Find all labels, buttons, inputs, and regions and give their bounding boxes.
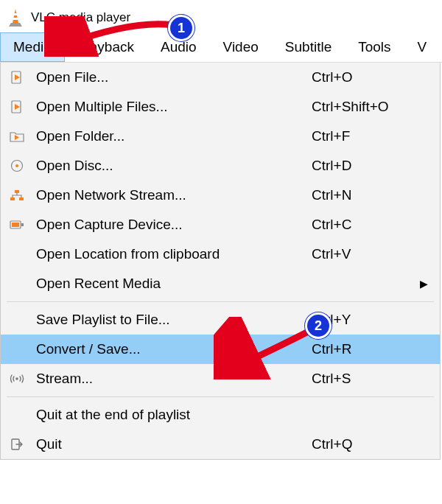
- capture-icon: [1, 219, 33, 231]
- menu-subtitle[interactable]: Subtitle: [272, 32, 345, 62]
- file-play-icon: [1, 71, 33, 84]
- menuitem-shortcut: Ctrl+V: [312, 246, 415, 262]
- menuitem-quit-end-playlist[interactable]: Quit at the end of playlist: [1, 400, 440, 430]
- menuitem-shortcut: Ctrl+O: [312, 69, 415, 85]
- network-icon: [1, 189, 33, 201]
- menu-separator: [7, 396, 434, 397]
- folder-play-icon: [1, 130, 33, 142]
- svg-point-17: [15, 377, 18, 380]
- menuitem-open-multiple-files[interactable]: Open Multiple Files... Ctrl+Shift+O: [1, 92, 440, 122]
- menuitem-shortcut: Ctrl+N: [312, 187, 415, 203]
- quit-icon: [1, 438, 33, 451]
- annotation-badge-1: 1: [168, 15, 194, 41]
- annotation-badge-2: 2: [305, 312, 332, 339]
- menuitem-label: Quit: [33, 436, 62, 452]
- menuitem-shortcut: Ctrl+S: [312, 371, 415, 387]
- menuitem-open-location-clipboard[interactable]: Open Location from clipboard Ctrl+V: [1, 239, 440, 269]
- menu-media[interactable]: Media: [0, 32, 65, 62]
- svg-rect-16: [21, 223, 24, 226]
- menuitem-label: Open Network Stream...: [33, 187, 186, 203]
- menuitem-label: Convert / Save...: [33, 341, 141, 357]
- window-title: VLC media player: [31, 10, 130, 25]
- menuitem-label: Stream...: [33, 371, 93, 387]
- menuitem-shortcut: Ctrl+R: [312, 341, 415, 357]
- title-bar: VLC media player: [0, 0, 442, 32]
- svg-rect-1: [13, 13, 18, 15]
- svg-marker-5: [15, 74, 20, 80]
- media-dropdown: Open File... Ctrl+O Open Multiple Files.…: [0, 63, 441, 460]
- menuitem-shortcut: Ctrl+F: [312, 128, 415, 144]
- menu-tools[interactable]: Tools: [345, 32, 404, 62]
- menuitem-open-capture-device[interactable]: Open Capture Device... Ctrl+C: [1, 210, 440, 239]
- stream-icon: [1, 374, 33, 384]
- menuitem-label: Open Folder...: [33, 128, 124, 144]
- menuitem-label: Open Capture Device...: [33, 217, 183, 233]
- svg-rect-13: [19, 197, 24, 200]
- menuitem-label: Save Playlist to File...: [33, 312, 170, 328]
- svg-marker-3: [9, 23, 22, 27]
- menuitem-label: Quit at the end of playlist: [33, 407, 190, 423]
- menuitem-save-playlist[interactable]: Save Playlist to File... Ctrl+Y: [1, 305, 440, 335]
- menuitem-open-recent-media[interactable]: Open Recent Media ▶: [1, 269, 440, 298]
- menuitem-label: Open Multiple Files...: [33, 99, 167, 115]
- svg-rect-2: [13, 18, 18, 20]
- menuitem-label: Open Disc...: [33, 158, 113, 174]
- menuitem-shortcut: Ctrl+Shift+O: [312, 99, 415, 115]
- svg-point-10: [15, 164, 18, 167]
- svg-marker-0: [13, 9, 18, 23]
- menuitem-open-network-stream[interactable]: Open Network Stream... Ctrl+N: [1, 181, 440, 210]
- menuitem-label: Open Location from clipboard: [33, 246, 220, 262]
- menu-more[interactable]: V: [404, 32, 429, 62]
- menuitem-stream[interactable]: Stream... Ctrl+S: [1, 364, 440, 393]
- menu-video[interactable]: Video: [210, 32, 272, 62]
- svg-rect-12: [10, 197, 15, 200]
- svg-rect-11: [15, 190, 19, 193]
- menuitem-open-folder[interactable]: Open Folder... Ctrl+F: [1, 122, 440, 151]
- svg-marker-8: [15, 135, 19, 140]
- menuitem-open-disc[interactable]: Open Disc... Ctrl+D: [1, 151, 440, 181]
- menuitem-label: Open File...: [33, 69, 108, 85]
- disc-icon: [1, 159, 33, 172]
- vlc-logo-icon: [6, 8, 25, 27]
- menuitem-shortcut: Ctrl+Q: [312, 436, 415, 452]
- menuitem-quit[interactable]: Quit Ctrl+Q: [1, 430, 440, 459]
- menu-playback[interactable]: ayback: [65, 32, 147, 62]
- menu-separator: [7, 301, 434, 302]
- submenu-caret-icon: ▶: [415, 278, 431, 290]
- svg-rect-15: [12, 223, 19, 227]
- menuitem-convert-save[interactable]: Convert / Save... Ctrl+R: [1, 335, 440, 364]
- file-play-icon: [1, 100, 33, 113]
- menuitem-shortcut: Ctrl+C: [312, 217, 415, 233]
- menuitem-open-file[interactable]: Open File... Ctrl+O: [1, 63, 440, 92]
- menuitem-shortcut: Ctrl+D: [312, 158, 415, 174]
- menuitem-label: Open Recent Media: [33, 276, 161, 292]
- menu-bar: Media ayback Audio Video Subtitle Tools …: [0, 32, 442, 63]
- svg-marker-7: [15, 104, 20, 110]
